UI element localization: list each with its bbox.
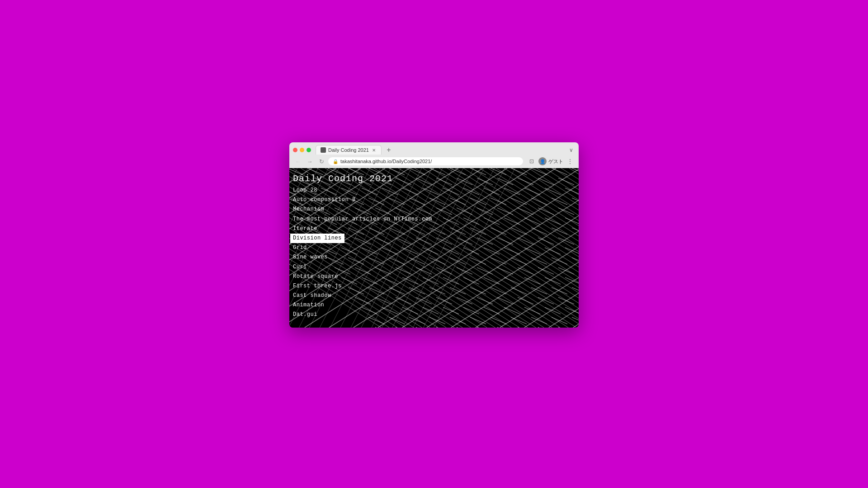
tab-bar: Daily Coding 2021 ✕ + ∨	[289, 142, 579, 155]
page-title: Daily Coding 2021	[290, 172, 396, 186]
active-tab[interactable]: Daily Coding 2021 ✕	[316, 145, 382, 155]
maximize-button[interactable]	[307, 148, 311, 152]
traffic-lights	[293, 148, 311, 152]
nav-item[interactable]: Division lines	[290, 234, 344, 243]
tab-chevron[interactable]: ∨	[569, 147, 575, 153]
nav-item[interactable]: Auto composition 8	[290, 195, 435, 205]
nav-item[interactable]: Iterate	[290, 224, 435, 234]
lock-icon: 🔒	[333, 159, 338, 164]
address-bar: ← → ↻ 🔒 takashitanaka.github.io/DailyCod…	[289, 155, 579, 168]
forward-button[interactable]: →	[305, 156, 315, 166]
nav-item[interactable]: First three.js	[290, 282, 435, 291]
url-text: takashitanaka.github.io/DailyCoding2021/	[340, 159, 432, 164]
nav-item[interactable]: The most popular articles on NYTimes.com	[290, 215, 435, 224]
url-input[interactable]: 🔒 takashitanaka.github.io/DailyCoding202…	[328, 157, 523, 165]
nav-item[interactable]: Curl	[290, 263, 435, 272]
user-label: ゲスト	[548, 158, 563, 165]
nav-item[interactable]: Dat.gui	[290, 310, 435, 319]
back-button[interactable]: ←	[293, 156, 303, 166]
more-button[interactable]: ⋮	[565, 156, 575, 166]
new-tab-button[interactable]: +	[384, 145, 393, 155]
nav-item[interactable]: Rotate square	[290, 272, 435, 282]
tab-title: Daily Coding 2021	[328, 147, 369, 153]
browser-window: Daily Coding 2021 ✕ + ∨ ← → ↻ 🔒 takashit…	[289, 142, 579, 328]
page-text: Daily Coding 2021 Loop 28Auto compositio…	[289, 168, 435, 320]
nav-list: Loop 28Auto composition 8MechanismThe mo…	[290, 186, 435, 320]
page-content: Daily Coding 2021 Loop 28Auto compositio…	[289, 168, 579, 328]
browser-chrome: Daily Coding 2021 ✕ + ∨ ← → ↻ 🔒 takashit…	[289, 142, 579, 168]
reload-button[interactable]: ↻	[316, 156, 326, 166]
tab-close-button[interactable]: ✕	[371, 147, 377, 153]
nav-item[interactable]: Grid	[290, 243, 435, 253]
nav-item[interactable]: Animation	[290, 300, 435, 310]
nav-item[interactable]: Loop 28	[290, 186, 435, 195]
screenshot-button[interactable]: ⊡	[527, 156, 537, 166]
nav-item[interactable]: Cast shadow	[290, 291, 435, 300]
browser-actions: ⊡ 👤 ゲスト ⋮	[527, 156, 575, 166]
close-button[interactable]	[293, 148, 297, 152]
nav-item[interactable]: Sine waves	[290, 253, 435, 262]
minimize-button[interactable]	[300, 148, 304, 152]
user-button[interactable]: 👤	[538, 157, 547, 165]
nav-item[interactable]: Mechanism	[290, 205, 435, 214]
tab-favicon	[321, 147, 326, 153]
